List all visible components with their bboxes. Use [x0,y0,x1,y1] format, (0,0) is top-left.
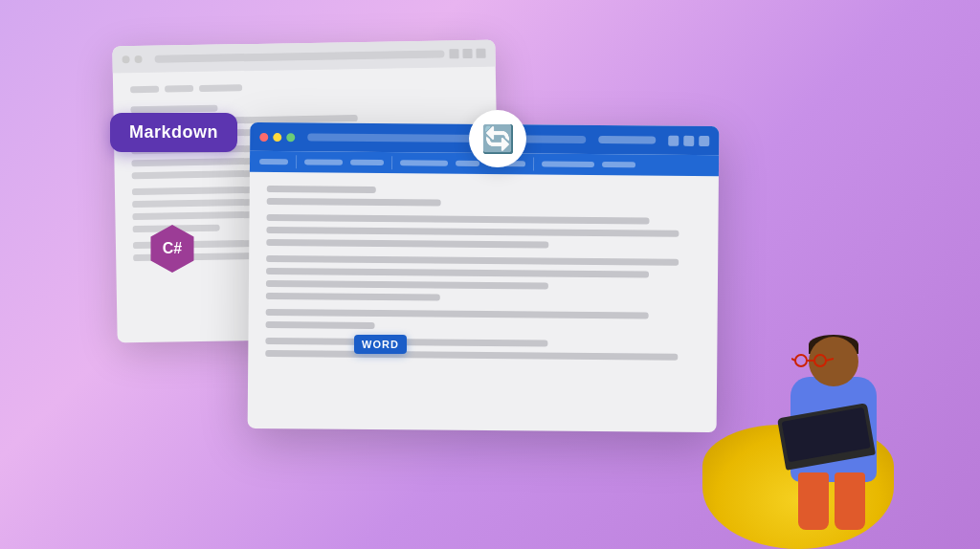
svg-point-1 [814,355,826,366]
left-leg [798,472,829,530]
front-line-group-4 [266,309,701,332]
f-line-8 [266,280,548,290]
tab-1 [130,86,159,94]
csharp-badge: C# [148,225,196,273]
f-line-12 [265,338,547,347]
front-window [248,122,720,432]
toolbar-item-3 [350,160,384,165]
front-line-group-3 [266,255,701,303]
titlebar-bar [154,50,444,62]
front-line-group-2 [266,214,701,250]
f-line-3 [267,214,650,224]
f-line-2 [267,198,441,207]
f-line-7 [266,268,649,277]
f-line-4 [266,227,679,237]
close-dot [259,132,268,141]
f-line-5 [266,239,548,249]
back-window-tabs [130,80,479,93]
toolbar-item-1 [259,159,288,165]
line-1 [130,105,217,114]
word-badge: WORD [354,335,407,354]
f-line-1 [267,186,376,193]
titlebar-dot-2 [134,55,142,63]
titlebar-controls [449,49,485,59]
laptop-screen [782,407,871,462]
csharp-hex-icon: C# [148,225,196,273]
win-close-btn [699,135,709,145]
maximize-btn [462,49,472,58]
f-line-10 [266,309,649,318]
character [791,377,877,482]
toolbar-item-8 [602,162,635,167]
sync-arrow-icon: 🔄 [481,123,515,155]
toolbar-sep-3 [533,157,534,170]
markdown-badge: Markdown [110,113,237,152]
svg-point-0 [795,355,807,366]
character-glasses-icon [791,354,834,367]
f-line-11 [266,321,375,329]
minimize-btn [449,49,458,58]
front-window-content [248,172,719,374]
toolbar-item-2 [304,159,343,165]
toolbar-item-4 [400,160,448,165]
max-dot [286,133,295,142]
toolbar-item-7 [542,162,594,167]
character-head [809,337,858,386]
right-leg [835,472,865,530]
toolbar-sep-2 [391,156,392,169]
sync-icon: 🔄 [469,110,526,167]
min-dot [273,133,281,142]
character-legs [798,472,865,530]
toolbar-sep-1 [296,155,297,168]
f-line-9 [266,293,440,301]
front-line-group-5 [265,338,700,361]
character-laptop [777,403,876,471]
front-line-group-1 [267,186,702,209]
win-max-btn [683,135,694,145]
svg-line-4 [826,359,834,361]
tab-2 [165,85,193,93]
win-min-btn [668,135,679,145]
front-window-controls [668,135,709,145]
toolbar-item-5 [456,161,479,166]
titlebar-dot-1 [122,55,129,63]
front-titlebar-bar-sm [598,136,656,144]
tab-3 [199,84,242,92]
markdown-badge-label: Markdown [129,122,218,142]
f-line-6 [266,255,679,266]
close-btn [476,49,485,58]
f-line-13 [265,350,678,361]
word-badge-label: WORD [362,339,399,350]
front-titlebar-bar [307,133,586,143]
character-body [791,377,877,482]
